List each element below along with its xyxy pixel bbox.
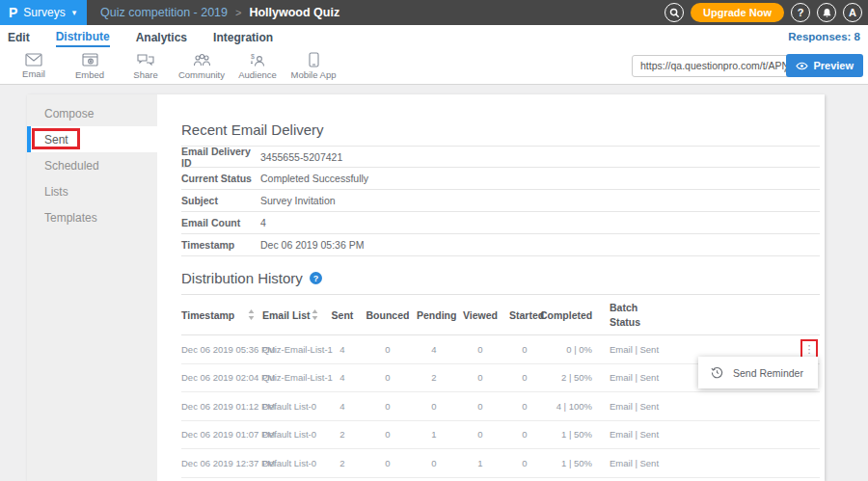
cell-email-list: Quiz-Email-List-1 [262, 372, 326, 383]
cell-sent: 2 [326, 429, 359, 440]
cell-completed: 1 | 50% [540, 429, 592, 440]
recent-email-delivery-title: Recent Email Delivery [181, 94, 820, 138]
cell-bounced: 0 [359, 429, 417, 440]
preview-button[interactable]: Preview [786, 54, 863, 77]
detail-row: Timestamp Dec 06 2019 05:36 PM [181, 234, 820, 256]
responses-link[interactable]: Responses: 8 [788, 31, 860, 42]
detail-row: Email Count 4 [181, 212, 820, 234]
cell-timestamp: Dec 06 2019 01:12 PM [181, 401, 262, 412]
table-row: Dec 06 2019 01:12 PM Default List-0 4 0 … [181, 392, 820, 421]
detail-label: Current Status [181, 173, 260, 184]
toolbar-label: Audience [238, 69, 277, 80]
cell-completed: 2 | 50% [540, 372, 592, 383]
column-header-pending: Pending [417, 309, 451, 321]
tab-edit[interactable]: Edit [8, 28, 30, 46]
cell-started: 0 [509, 344, 540, 355]
table-row: Dec 06 2019 12:37 PM Default List-0 2 0 … [181, 449, 820, 478]
distribution-history-label: Distribution History [181, 270, 303, 286]
cell-sent: 4 [326, 344, 359, 355]
mobile-app-icon [309, 52, 319, 67]
toolbar-label: Community [178, 69, 225, 80]
column-header-batch-status: Batch Status [592, 301, 702, 328]
cell-email-list: Default List-0 [262, 429, 326, 440]
table-header-row: Timestamp Email List Sent Bounced Pendin… [181, 295, 820, 335]
community-icon [193, 53, 211, 67]
questionpro-logo-icon: P [9, 5, 17, 20]
cell-batch-status: Email | Sent [592, 344, 702, 355]
kebab-menu-icon[interactable]: ⋮ [804, 344, 815, 355]
cell-pending: 2 [417, 372, 451, 383]
cell-pending: 4 [417, 344, 451, 355]
cell-bounced: 0 [359, 458, 417, 468]
detail-row: Email Delivery ID 3455655-5207421 [181, 146, 820, 168]
distribution-history-title: Distribution History ? [181, 270, 820, 286]
help-button[interactable]: ? [791, 3, 810, 22]
upgrade-now-button[interactable]: Upgrade Now [691, 3, 784, 22]
sidebar-item-scheduled[interactable]: Scheduled [27, 152, 157, 178]
eye-icon [796, 62, 808, 70]
table-row: Dec 06 2019 01:07 PM Default List-0 2 0 … [181, 421, 820, 450]
cell-batch-status: Email | Sent [592, 458, 702, 468]
embed-icon [82, 53, 98, 67]
cell-completed: 4 | 100% [540, 401, 592, 412]
detail-label: Subject [181, 195, 260, 206]
cell-batch-status: Email | Sent [592, 401, 702, 412]
column-header-bounced: Bounced [359, 309, 417, 321]
toolbar-item-community[interactable]: Community [174, 53, 230, 80]
detail-label: Email Delivery ID [181, 146, 260, 169]
cell-timestamp: Dec 06 2019 02:04 PM [181, 372, 262, 383]
cell-pending: 0 [417, 401, 451, 412]
tab-integration[interactable]: Integration [213, 28, 273, 46]
toolbar-label: Email [22, 68, 45, 79]
cell-sent: 2 [326, 458, 359, 468]
sidebar-item-lists[interactable]: Lists [27, 178, 157, 204]
help-tooltip-icon[interactable]: ? [310, 272, 322, 284]
toolbar-item-share[interactable]: Share [118, 53, 174, 80]
cell-bounced: 0 [359, 344, 417, 355]
cell-completed: 1 | 50% [540, 458, 592, 468]
column-header-sent: Sent [326, 309, 359, 321]
toolbar-item-email[interactable]: Email [6, 53, 62, 79]
toolbar-item-embed[interactable]: Embed [62, 53, 118, 80]
detail-value: 3455655-5207421 [260, 151, 342, 163]
cell-started: 0 [509, 458, 540, 468]
notifications-button[interactable] [817, 3, 836, 22]
breadcrumb-parent-link[interactable]: Quiz competition - 2019 [100, 6, 228, 19]
cell-sent: 4 [326, 372, 359, 383]
column-header-timestamp[interactable]: Timestamp [181, 309, 262, 321]
share-icon [137, 53, 154, 67]
survey-url-input[interactable]: https://qa.questionpro.com/t/APNrFZf2 [632, 55, 801, 77]
column-header-completed: Completed [540, 309, 592, 321]
column-header-email-list[interactable]: Email List [262, 309, 326, 321]
tab-distribute[interactable]: Distribute [56, 27, 110, 47]
cell-timestamp: Dec 06 2019 05:36 PM [181, 344, 262, 355]
detail-value: Dec 06 2019 05:36 PM [260, 239, 364, 251]
recent-email-delivery-details: Email Delivery ID 3455655-5207421 Curren… [181, 146, 820, 256]
preview-label: Preview [813, 60, 854, 71]
product-name: Surveys [23, 6, 65, 19]
sidebar-item-label: Sent [44, 133, 68, 147]
search-icon [669, 8, 680, 18]
content-card: Compose Sent Scheduled Lists Templates R… [27, 94, 825, 481]
column-label: Timestamp [181, 309, 234, 321]
sidebar-item-sent[interactable]: Sent [27, 126, 157, 152]
search-button[interactable] [665, 3, 684, 22]
sidebar-item-templates[interactable]: Templates [27, 204, 157, 230]
cell-started: 0 [509, 401, 540, 412]
cell-started: 0 [509, 372, 540, 383]
toolbar-item-mobile-app[interactable]: Mobile App [285, 52, 341, 80]
bell-icon [822, 8, 832, 18]
sidebar-item-compose[interactable]: Compose [27, 100, 157, 126]
tab-analytics[interactable]: Analytics [136, 28, 187, 46]
chevron-down-icon: ▾ [72, 8, 77, 17]
detail-value: 4 [260, 217, 266, 228]
top-bar: P Surveys ▾ Quiz competition - 2019 > Ho… [0, 0, 868, 25]
detail-row: Subject Survey Invitation [181, 190, 820, 212]
cell-timestamp: Dec 06 2019 01:07 PM [181, 429, 262, 440]
cell-sent: 4 [326, 401, 359, 412]
product-switcher[interactable]: P Surveys ▾ [0, 0, 87, 25]
toolbar-item-audience[interactable]: $ Audience [230, 53, 285, 80]
cell-viewed: 0 [451, 401, 509, 412]
send-reminder-menu-item[interactable]: Send Reminder [733, 367, 803, 379]
avatar[interactable]: A [843, 3, 862, 22]
